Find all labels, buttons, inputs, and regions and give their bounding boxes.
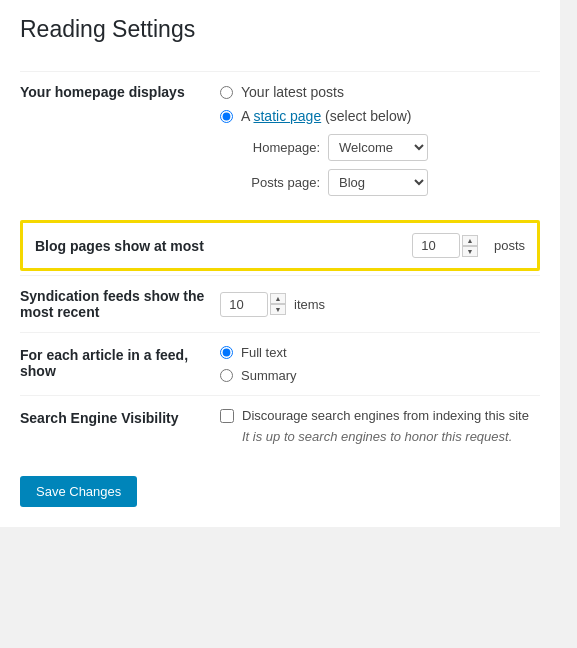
page-title: Reading Settings (20, 16, 540, 51)
static-page-link[interactable]: static page (253, 108, 321, 124)
search-visibility-label: Search Engine Visibility (20, 408, 220, 426)
static-page-label: A static page (select below) (241, 108, 411, 124)
latest-posts-radio[interactable] (220, 86, 233, 99)
search-engines-checkbox-label: Discourage search engines from indexing … (242, 408, 529, 423)
search-engines-checkbox[interactable] (220, 409, 234, 423)
full-text-label: Full text (241, 345, 287, 360)
search-visibility-hint: It is up to search engines to honor this… (220, 429, 540, 444)
syndication-feeds-input[interactable]: 10 (220, 292, 268, 317)
blog-pages-label: Blog pages show at most (35, 238, 412, 254)
feed-article-row: For each article in a feed, show Full te… (20, 332, 540, 395)
homepage-select[interactable]: Welcome About Contact (328, 134, 428, 161)
posts-page-select[interactable]: Blog News Archive (328, 169, 428, 196)
summary-label: Summary (241, 368, 297, 383)
syndication-feeds-row: Syndication feeds show the most recent 1… (20, 275, 540, 332)
posts-page-field-label: Posts page: (240, 175, 320, 190)
summary-radio[interactable] (220, 369, 233, 382)
static-page-radio[interactable] (220, 110, 233, 123)
syndication-label: Syndication feeds show the most recent (20, 288, 220, 320)
syndication-spinner-up[interactable]: ▲ (270, 293, 286, 304)
blog-pages-unit: posts (494, 238, 525, 253)
blog-pages-row: Blog pages show at most 10 ▲ ▼ posts (20, 220, 540, 271)
latest-posts-label: Your latest posts (241, 84, 344, 100)
homepage-displays-label: Your homepage displays (20, 84, 220, 100)
feed-article-label: For each article in a feed, show (20, 345, 220, 379)
syndication-unit: items (294, 297, 325, 312)
full-text-radio[interactable] (220, 346, 233, 359)
search-visibility-row: Search Engine Visibility Discourage sear… (20, 395, 540, 456)
blog-pages-spinner-up[interactable]: ▲ (462, 235, 478, 246)
syndication-spinner-down[interactable]: ▼ (270, 304, 286, 315)
save-button[interactable]: Save Changes (20, 476, 137, 507)
homepage-field-label: Homepage: (240, 140, 320, 155)
blog-pages-spinner-down[interactable]: ▼ (462, 246, 478, 257)
blog-pages-input[interactable]: 10 (412, 233, 460, 258)
